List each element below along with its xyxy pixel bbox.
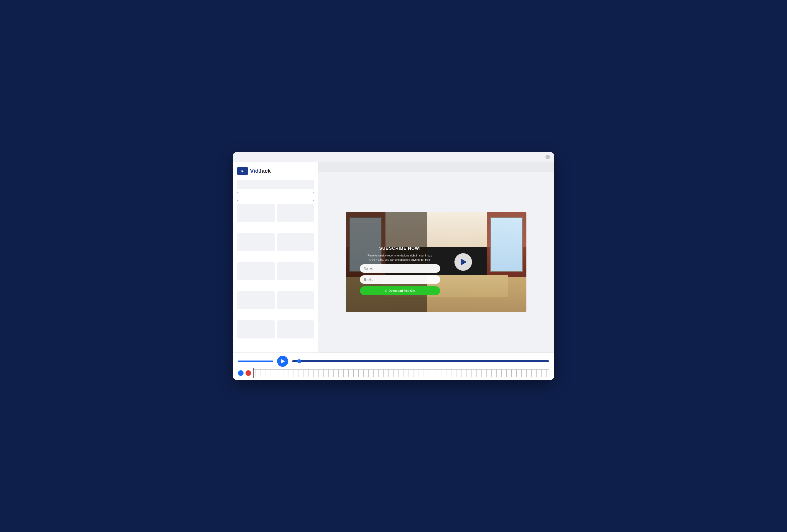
timeline-cursor [253, 368, 254, 378]
subscribe-email-input[interactable] [360, 275, 440, 284]
sidebar-thumb-7 [237, 291, 275, 309]
logo-vid: Vid [250, 168, 259, 174]
logo-area: VidJack [237, 167, 314, 175]
browser-window: VidJack [233, 152, 554, 380]
progress-left-bar [238, 360, 273, 362]
play-control-button[interactable] [277, 356, 288, 367]
room-window-right [490, 217, 523, 272]
progress-thumb[interactable] [297, 359, 301, 363]
main-top-bar [318, 162, 554, 172]
download-icon: ⬇ [385, 289, 387, 293]
video-play-button[interactable] [454, 253, 472, 271]
controls-bar [233, 353, 554, 380]
app-body: VidJack [233, 162, 554, 353]
sidebar-input-bar-1[interactable] [237, 180, 314, 189]
sidebar-thumb-10 [277, 320, 314, 338]
progress-track[interactable] [292, 360, 549, 362]
sidebar-thumbnails [237, 204, 314, 348]
sidebar-thumb-1 [237, 204, 275, 222]
blue-marker[interactable] [238, 370, 243, 376]
red-marker[interactable] [246, 370, 251, 376]
subscribe-subtitle: Receive weekly recommendations right in … [360, 253, 440, 262]
browser-top-bar [233, 152, 554, 162]
timeline-ruler [253, 369, 549, 377]
markers-row [238, 369, 549, 377]
sidebar-thumb-6 [277, 262, 314, 280]
browser-circle [546, 155, 550, 159]
sidebar-input-bar-2[interactable] [237, 192, 314, 201]
sidebar-thumb-8 [277, 291, 314, 309]
vidjack-logo-icon [237, 167, 248, 175]
subscribe-title: SUBSCRIBE NOW! [360, 246, 440, 251]
subscribe-button[interactable]: ⬇ Download free Gift [360, 286, 440, 295]
video-container: SUBSCRIBE NOW! Receive weekly recommenda… [318, 172, 554, 353]
sidebar-thumb-9 [237, 320, 275, 338]
subscribe-name-input[interactable] [360, 264, 440, 273]
main-area: SUBSCRIBE NOW! Receive weekly recommenda… [318, 162, 554, 353]
sidebar: VidJack [233, 162, 318, 353]
logo-text: VidJack [250, 168, 271, 174]
subscribe-overlay: SUBSCRIBE NOW! Receive weekly recommenda… [355, 242, 445, 300]
video-player[interactable]: SUBSCRIBE NOW! Receive weekly recommenda… [346, 212, 527, 312]
logo-jack: Jack [259, 168, 271, 174]
subscribe-button-label: Download free Gift [388, 289, 415, 293]
sidebar-thumb-5 [237, 262, 275, 280]
sidebar-thumb-4 [277, 233, 314, 251]
sidebar-thumb-3 [237, 233, 275, 251]
sidebar-thumb-2 [277, 204, 314, 222]
timeline-row [238, 356, 549, 367]
